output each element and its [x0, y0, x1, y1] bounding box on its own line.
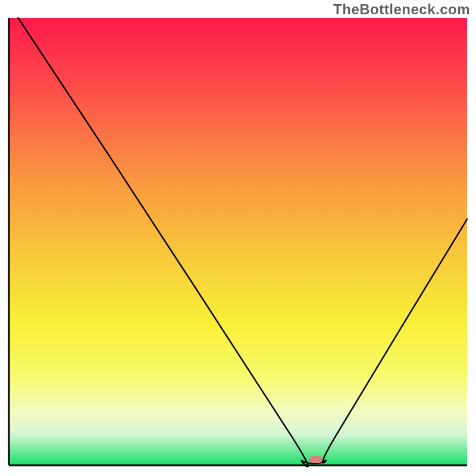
optimal-point-marker — [309, 456, 322, 463]
gradient-background — [9, 18, 467, 465]
chart-container: TheBottleneck.com — [0, 0, 476, 476]
bottleneck-chart — [0, 0, 476, 476]
watermark-text: TheBottleneck.com — [333, 1, 470, 18]
